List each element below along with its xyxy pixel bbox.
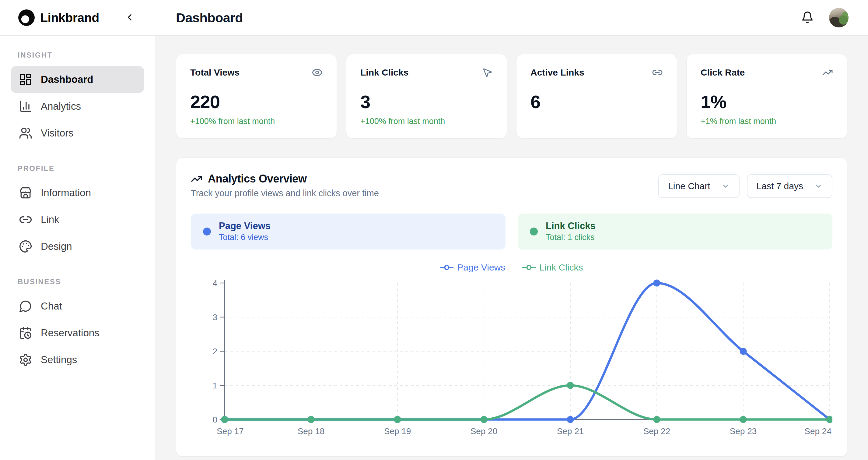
sidebar-item-label: Link: [41, 214, 59, 225]
chart-controls: Line Chart Last 7 days: [658, 174, 832, 198]
stat-delta: +100% from last month: [190, 117, 322, 126]
date-range-select[interactable]: Last 7 days: [747, 174, 832, 198]
sidebar-section-label: INSIGHT: [18, 51, 144, 59]
stat-delta: +1% from last month: [701, 117, 833, 126]
chevron-down-icon: [721, 182, 730, 191]
sidebar-item-reservations[interactable]: Reservations: [11, 320, 144, 346]
series-summary-total: Total: 1 clicks: [546, 232, 596, 243]
stat-delta: [530, 117, 663, 126]
sidebar-item-design[interactable]: Design: [11, 233, 144, 260]
sidebar-item-label: Visitors: [41, 127, 74, 139]
svg-text:4: 4: [212, 279, 217, 288]
svg-text:0: 0: [212, 415, 217, 424]
stats-row: Total Views220+100% from last monthLink …: [176, 54, 847, 139]
link-icon: [652, 67, 663, 78]
svg-text:Sep 24: Sep 24: [804, 427, 832, 436]
page-title: Dashboard: [176, 10, 243, 25]
sidebar-item-link[interactable]: Link: [11, 206, 144, 233]
sidebar-item-analytics[interactable]: Analytics: [11, 93, 144, 120]
chevron-down-icon: [814, 182, 823, 191]
legend-line-icon: [522, 264, 536, 270]
link-icon: [19, 213, 32, 226]
series-color-dot: [203, 228, 211, 235]
sidebar-nav: INSIGHTDashboardAnalyticsVisitorsPROFILE…: [0, 36, 155, 373]
sidebar-item-dashboard[interactable]: Dashboard: [11, 66, 144, 93]
svg-text:Sep 18: Sep 18: [298, 427, 325, 436]
chart-type-select[interactable]: Line Chart: [658, 174, 739, 198]
chart-area: 01234Sep 17Sep 18Sep 19Sep 20Sep 21Sep 2…: [191, 276, 832, 442]
chart-type-select-value: Line Chart: [668, 181, 710, 191]
stat-delta: +100% from last month: [360, 117, 493, 126]
svg-text:Sep 21: Sep 21: [557, 427, 584, 436]
eye-icon: [312, 67, 322, 78]
chart-legend: Page ViewsLink Clicks: [191, 262, 832, 272]
legend-item-page-views: Page Views: [440, 262, 505, 272]
series-summary-page-views: Page ViewsTotal: 6 views: [191, 213, 505, 250]
series-summary-title: Link Clicks: [546, 220, 596, 232]
legend-label: Link Clicks: [539, 262, 583, 272]
series-summary-title: Page Views: [219, 220, 271, 232]
trending-up-icon: [822, 67, 833, 78]
user-avatar[interactable]: [829, 8, 848, 27]
app-window: Linkbrand INSIGHTDashboardAnalyticsVisit…: [0, 0, 868, 460]
legend-item-link-clicks: Link Clicks: [522, 262, 583, 272]
stat-title: Total Views: [190, 67, 240, 78]
stat-title: Click Rate: [701, 67, 745, 78]
sidebar-section: INSIGHTDashboardAnalyticsVisitors: [11, 51, 144, 146]
sidebar-item-information[interactable]: Information: [11, 179, 144, 206]
sidebar-collapse-button[interactable]: [124, 12, 135, 24]
stat-card-click-rate: Click Rate1%+1% from last month: [686, 54, 847, 139]
sidebar-item-label: Design: [41, 241, 72, 252]
sidebar-item-chat[interactable]: Chat: [11, 293, 144, 320]
stat-value: 3: [360, 91, 493, 112]
sidebar-section: BUSINESSChatReservationsSettings: [11, 278, 144, 373]
cursor-icon: [482, 67, 493, 78]
series-summary-row: Page ViewsTotal: 6 viewsLink ClicksTotal…: [191, 213, 832, 250]
analytics-overview-card: Analytics Overview Track your profile vi…: [176, 157, 847, 457]
analytics-subtitle: Track your profile views and link clicks…: [191, 188, 379, 198]
sidebar-item-label: Chat: [41, 300, 62, 312]
sidebar-item-settings[interactable]: Settings: [11, 346, 144, 373]
legend-line-icon: [440, 264, 454, 270]
stat-title: Link Clicks: [360, 67, 408, 78]
svg-text:Sep 22: Sep 22: [643, 427, 671, 436]
sidebar-section-label: BUSINESS: [18, 278, 144, 286]
chat-icon: [19, 299, 32, 313]
sidebar: Linkbrand INSIGHTDashboardAnalyticsVisit…: [0, 0, 155, 460]
dashboard-content: Total Views220+100% from last monthLink …: [155, 36, 868, 457]
sidebar-item-label: Reservations: [41, 327, 99, 339]
notifications-button[interactable]: [801, 11, 814, 25]
date-range-select-value: Last 7 days: [756, 181, 803, 191]
series-color-dot: [530, 228, 538, 235]
sidebar-section-label: PROFILE: [18, 164, 144, 173]
brand-name: Linkbrand: [40, 11, 99, 25]
svg-text:Sep 20: Sep 20: [470, 427, 498, 436]
sidebar-item-label: Analytics: [41, 100, 81, 112]
stat-value: 6: [530, 91, 663, 112]
analytics-icon: [19, 99, 32, 113]
chevron-left-icon: [124, 12, 135, 24]
stat-card-active-links: Active Links6: [516, 54, 677, 139]
stat-value: 1%: [701, 91, 833, 112]
stat-card-total-views: Total Views220+100% from last month: [176, 54, 337, 139]
stat-value: 220: [190, 91, 322, 112]
svg-text:Sep 19: Sep 19: [384, 427, 411, 436]
main-area: Dashboard Total Views220+100% from last …: [155, 0, 868, 460]
brand-logo-icon: [18, 9, 35, 27]
svg-text:2: 2: [212, 347, 217, 356]
analytics-header: Analytics Overview Track your profile vi…: [191, 172, 832, 198]
svg-text:Sep 17: Sep 17: [217, 427, 244, 436]
topbar-actions: [801, 8, 848, 27]
analytics-line-chart: 01234Sep 17Sep 18Sep 19Sep 20Sep 21Sep 2…: [191, 276, 832, 442]
analytics-title: Analytics Overview: [208, 172, 307, 185]
svg-text:1: 1: [212, 381, 217, 390]
series-summary-link-clicks: Link ClicksTotal: 1 clicks: [518, 213, 832, 250]
stat-card-link-clicks: Link Clicks3+100% from last month: [346, 54, 507, 139]
visitors-icon: [19, 126, 32, 140]
sidebar-item-visitors[interactable]: Visitors: [11, 120, 144, 146]
dashboard-icon: [19, 73, 32, 86]
legend-label: Page Views: [457, 262, 505, 272]
series-summary-total: Total: 6 views: [219, 232, 271, 243]
brand: Linkbrand: [18, 9, 99, 27]
svg-text:3: 3: [212, 313, 217, 322]
